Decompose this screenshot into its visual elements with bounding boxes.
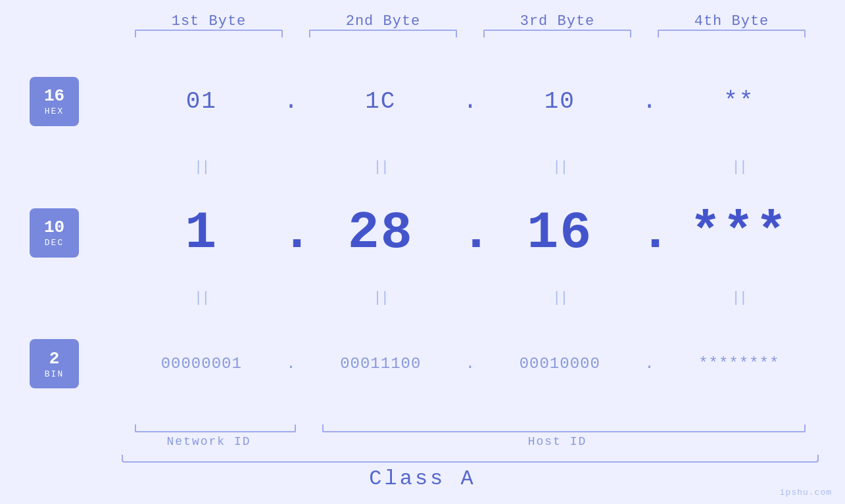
bot-bracket-b1 (122, 424, 309, 432)
class-label: Class A (369, 467, 475, 491)
dec-badge-label: DEC (45, 238, 64, 248)
hex-b3-cell: 10 (480, 88, 640, 115)
equals-row-1: || || || || (122, 159, 819, 175)
bin-dot1: . (281, 355, 301, 373)
bracket-b2 (296, 30, 470, 37)
dec-b3: 16 (527, 203, 592, 263)
hex-dot2: . (460, 88, 480, 115)
bin-badge-number: 2 (49, 349, 60, 369)
bracket-b1 (122, 30, 296, 37)
eq1-b4: || (660, 159, 819, 175)
dec-b1-cell: 1 (122, 203, 281, 263)
hex-b4: ** (723, 88, 754, 115)
byte-headers: 1st Byte 2nd Byte 3rd Byte 4th Byte (122, 0, 819, 30)
bin-badge-cell: 2 BIN (26, 339, 122, 388)
dec-b4: *** (690, 203, 788, 263)
dec-dot1: . (281, 203, 301, 263)
host-id-label: Host ID (528, 435, 587, 448)
dec-b4-cell: *** (660, 203, 819, 263)
network-id-label: Network ID (166, 435, 251, 448)
eq1-b4-sign: || (732, 159, 746, 175)
top-brackets (122, 30, 819, 37)
dec-badge: 10 DEC (30, 208, 79, 258)
bin-dot3: . (640, 355, 660, 373)
dec-bytes: 1 . 28 . 16 . *** (122, 203, 819, 263)
watermark: ipshu.com (780, 488, 832, 497)
bot-bracket-line-234 (322, 424, 806, 432)
hex-badge-cell: 16 HEX (26, 77, 122, 126)
eq2-b2: || (301, 290, 461, 306)
eq2-b3-sign: || (552, 290, 567, 306)
bot-bracket-line-1 (135, 424, 296, 432)
eq2-b2-sign: || (374, 290, 388, 306)
bin-b1-cell: 00000001 (122, 355, 281, 373)
hex-badge: 16 HEX (30, 77, 79, 126)
eq2-b3: || (480, 290, 640, 306)
eq1-b1-sign: || (194, 159, 208, 175)
bracket-b3 (470, 30, 644, 37)
bracket-line-3 (483, 30, 631, 37)
dec-b1: 1 (185, 203, 218, 263)
eq2-b1: || (122, 290, 281, 306)
bracket-line-1 (135, 30, 283, 37)
dec-dot2: . (460, 203, 480, 263)
hex-b3: 10 (544, 88, 575, 115)
bracket-line-2 (309, 30, 457, 37)
eq1-b3: || (480, 159, 640, 175)
class-bracket (122, 455, 819, 463)
hex-b2-cell: 1C (301, 88, 461, 115)
bin-b3-cell: 00010000 (480, 355, 640, 373)
eq2-b4: || (660, 290, 819, 306)
eq1-b1: || (122, 159, 281, 175)
bracket-line-4 (658, 30, 806, 37)
eq2-b1-sign: || (194, 290, 208, 306)
dec-badge-cell: 10 DEC (26, 208, 122, 258)
hex-badge-number: 16 (44, 86, 64, 106)
hex-b2: 1C (365, 88, 396, 115)
dec-b3-cell: 16 (480, 203, 640, 263)
eq2-b4-sign: || (732, 290, 746, 306)
eq1-b3-sign: || (552, 159, 567, 175)
main-container: 1st Byte 2nd Byte 3rd Byte 4th Byte 16 H… (0, 0, 845, 504)
dec-badge-number: 10 (44, 218, 64, 238)
bin-b2: 00011100 (340, 355, 421, 373)
bottom-brackets (122, 424, 819, 432)
header-byte3: 3rd Byte (470, 13, 644, 30)
header-byte4: 4th Byte (644, 13, 819, 30)
equals-row-2: || || || || (122, 290, 819, 306)
id-labels: Network ID Host ID (122, 435, 819, 448)
bin-dot2: . (460, 355, 480, 373)
hex-badge-label: HEX (45, 106, 64, 116)
hex-dot3: . (640, 88, 660, 115)
hex-b1: 01 (186, 88, 217, 115)
class-row: Class A (26, 455, 819, 491)
hex-b4-cell: ** (660, 88, 819, 115)
dec-dot3: . (640, 203, 660, 263)
bracket-b4 (644, 30, 819, 37)
bin-bytes: 00000001 . 00011100 . 00010000 . *******… (122, 355, 819, 373)
header-byte2: 2nd Byte (296, 13, 470, 30)
header-byte1: 1st Byte (122, 13, 296, 30)
hex-b1-cell: 01 (122, 88, 281, 115)
hex-bytes: 01 . 1C . 10 . ** (122, 88, 819, 115)
dec-b2: 28 (348, 203, 414, 263)
bin-badge: 2 BIN (30, 339, 79, 388)
bin-b4-cell: ******** (660, 355, 819, 373)
bin-b2-cell: 00011100 (301, 355, 461, 373)
hex-row: 16 HEX 01 . 1C . 10 . ** (26, 44, 819, 159)
bin-row: 2 BIN 00000001 . 00011100 . 00010000 . *… (26, 306, 819, 421)
bin-b4: ******** (698, 355, 779, 373)
hex-dot1: . (281, 88, 301, 115)
dec-b2-cell: 28 (301, 203, 461, 263)
bin-b3: 00010000 (519, 355, 600, 373)
bin-badge-label: BIN (45, 369, 64, 379)
eq1-b2-sign: || (374, 159, 388, 175)
eq1-b2: || (301, 159, 461, 175)
dec-row: 10 DEC 1 . 28 . 16 . *** (26, 175, 819, 290)
bin-b1: 00000001 (161, 355, 242, 373)
